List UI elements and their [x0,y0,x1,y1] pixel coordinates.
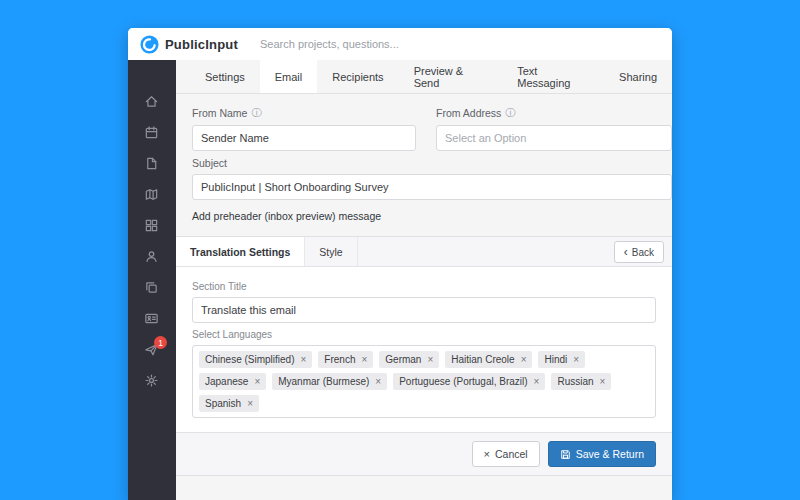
language-tag-label: Japanese [205,376,248,387]
remove-language-icon[interactable]: × [254,377,260,387]
language-tag: Myanmar (Burmese)× [272,373,387,390]
map-icon[interactable] [144,187,160,203]
cancel-button[interactable]: × Cancel [472,441,540,467]
language-tag: Haitian Creole× [445,351,532,368]
tab-settings[interactable]: Settings [190,60,260,93]
from-address-select[interactable] [436,125,672,151]
language-tag: Chinese (Simplified)× [199,351,312,368]
save-icon [560,449,571,460]
select-languages-label: Select Languages [192,329,656,340]
info-icon[interactable]: ⓘ [251,106,261,120]
language-tag-label: Myanmar (Burmese) [278,376,369,387]
translation-panel-tabs: Translation SettingsStyle ‹ Back [176,237,672,267]
email-tabs: SettingsEmailRecipientsPreview & SendTex… [176,60,672,94]
user-icon[interactable] [144,249,160,265]
panel-tab-translation-settings[interactable]: Translation Settings [176,237,305,266]
remove-language-icon[interactable]: × [427,355,433,365]
from-name-label: From Name ⓘ [192,106,416,120]
remove-language-icon[interactable]: × [375,377,381,387]
email-form: From Name ⓘ From Address ⓘ Subject Add [176,94,672,224]
panel-tab-style[interactable]: Style [305,237,357,266]
tab-email[interactable]: Email [260,60,318,93]
from-name-input[interactable] [192,125,416,151]
info-icon[interactable]: ⓘ [505,106,515,120]
app-window: PublicInput 1 SettingsEmailRecipientsPre… [128,28,672,500]
remove-language-icon[interactable]: × [600,377,606,387]
subject-input[interactable] [192,174,672,200]
language-tag-label: Hindi [544,354,567,365]
language-tag: Hindi× [538,351,585,368]
translation-panel: Translation SettingsStyle ‹ Back Section… [176,236,672,476]
from-address-label-text: From Address [436,107,501,119]
language-tag-label: German [385,354,421,365]
remove-language-icon[interactable]: × [521,355,527,365]
language-tag: Spanish× [199,395,259,412]
contact-card-icon[interactable] [144,311,160,327]
from-address-label: From Address ⓘ [436,106,672,120]
file-icon[interactable] [144,156,160,172]
notification-badge: 1 [154,336,167,349]
section-title-label: Section Title [192,281,656,292]
brand[interactable]: PublicInput [140,35,238,54]
dashboard-icon[interactable] [144,218,160,234]
brand-name: PublicInput [165,37,238,52]
top-header: PublicInput [128,28,672,60]
remove-language-icon[interactable]: × [300,355,306,365]
add-preheader-link[interactable]: Add preheader (inbox preview) message [192,210,381,222]
tab-text-messaging[interactable]: Text Messaging [502,60,604,93]
chevron-left-icon: ‹ [624,246,628,258]
send-icon[interactable]: 1 [144,342,160,358]
language-tag: German× [379,351,439,368]
remove-language-icon[interactable]: × [361,355,367,365]
language-tag-label: Spanish [205,398,241,409]
remove-language-icon[interactable]: × [534,377,540,387]
calendar-icon[interactable] [144,125,160,141]
language-tag: Russian× [551,373,611,390]
panel-footer: × Cancel Save & Return [176,432,672,475]
section-title-input[interactable] [192,297,656,323]
copy-icon[interactable] [144,280,160,296]
language-tag: French× [318,351,373,368]
sidebar: 1 [128,60,176,500]
settings-icon[interactable] [144,373,160,389]
language-tag-label: Chinese (Simplified) [205,354,294,365]
languages-multiselect[interactable]: Chinese (Simplified)×French×German×Haiti… [192,345,656,418]
save-return-button[interactable]: Save & Return [548,441,656,467]
close-icon: × [484,449,490,460]
back-button[interactable]: ‹ Back [614,241,664,263]
remove-language-icon[interactable]: × [573,355,579,365]
language-tag-label: Portuguese (Portugal, Brazil) [399,376,527,387]
remove-language-icon[interactable]: × [247,399,253,409]
tab-recipients[interactable]: Recipients [317,60,398,93]
language-tag: Japanese× [199,373,266,390]
translation-panel-body: Section Title Select Languages Chinese (… [176,267,672,432]
from-name-label-text: From Name [192,107,247,119]
tab-preview-send[interactable]: Preview & Send [399,60,503,93]
save-button-label: Save & Return [576,448,644,460]
home-icon[interactable] [144,94,160,110]
subject-label: Subject [192,157,672,169]
language-tag-label: Russian [557,376,593,387]
search-input[interactable] [260,38,480,50]
publicinput-logo-icon [140,35,159,54]
main-content: SettingsEmailRecipientsPreview & SendTex… [176,60,672,500]
tab-sharing[interactable]: Sharing [604,60,672,93]
language-tag-label: Haitian Creole [451,354,514,365]
language-tag-label: French [324,354,355,365]
back-button-label: Back [632,247,654,258]
language-tag: Portuguese (Portugal, Brazil)× [393,373,545,390]
cancel-button-label: Cancel [495,448,528,460]
subject-label-text: Subject [192,157,227,169]
